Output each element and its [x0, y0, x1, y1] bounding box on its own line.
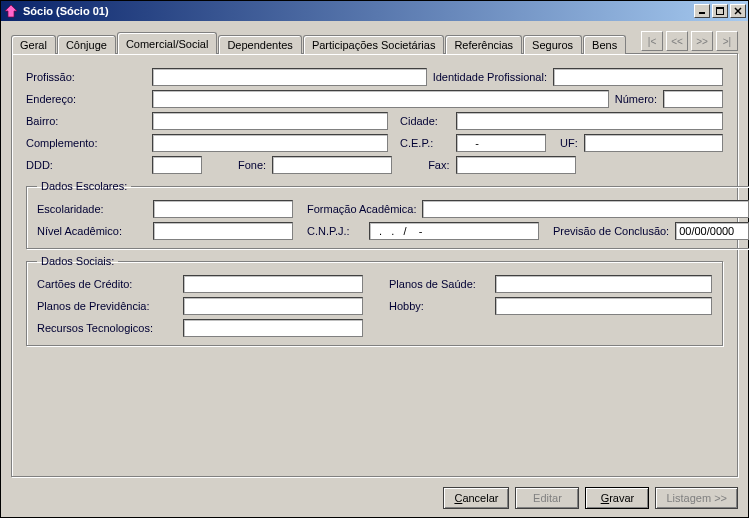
window-title: Sócio (Sócio 01)	[23, 5, 694, 17]
nav-prev-button[interactable]: <<	[666, 31, 688, 51]
record-nav: |< << >> >|	[641, 31, 738, 51]
label-planos-prev: Planos de Previdência:	[37, 300, 177, 312]
nav-next-button[interactable]: >>	[691, 31, 713, 51]
label-hobby: Hobby:	[389, 300, 489, 312]
app-icon	[3, 3, 19, 19]
label-numero: Número:	[615, 93, 657, 105]
label-cidade: Cidade:	[400, 115, 450, 127]
planos-prev-input[interactable]	[183, 297, 363, 315]
profissao-input[interactable]	[152, 68, 427, 86]
label-previsao: Previsão de Conclusão:	[553, 225, 669, 237]
cidade-input[interactable]	[456, 112, 723, 130]
tab-conjuge[interactable]: Cônjuge	[57, 35, 116, 54]
dados-escolares-legend: Dados Escolares:	[37, 180, 131, 192]
nav-last-button[interactable]: >|	[716, 31, 738, 51]
gravar-button[interactable]: Gravar	[585, 487, 649, 509]
nav-first-button[interactable]: |<	[641, 31, 663, 51]
window: Sócio (Sócio 01) Geral Cônjuge Comercial…	[0, 0, 749, 518]
cep-input[interactable]	[456, 134, 546, 152]
label-complemento: Complemento:	[26, 137, 146, 149]
tab-bens[interactable]: Bens	[583, 35, 626, 54]
label-formacao: Formação Acadêmica:	[307, 203, 416, 215]
label-cep: C.E.P.:	[400, 137, 450, 149]
identidade-prof-input[interactable]	[553, 68, 723, 86]
label-fax: Fax:	[428, 159, 449, 171]
tab-participacoes[interactable]: Participações Societárias	[303, 35, 445, 54]
tab-seguros[interactable]: Seguros	[523, 35, 582, 54]
label-planos-saude: Planos de Saúde:	[389, 278, 489, 290]
cartoes-input[interactable]	[183, 275, 363, 293]
nivel-academico-input[interactable]	[153, 222, 293, 240]
listagem-button[interactable]: Listagem >>	[655, 487, 738, 509]
endereco-input[interactable]	[152, 90, 609, 108]
label-recursos: Recursos Tecnologicos:	[37, 322, 177, 334]
label-nivel-academico: Nível Acadêmico:	[37, 225, 147, 237]
tab-geral[interactable]: Geral	[11, 35, 56, 54]
escolaridade-input[interactable]	[153, 200, 293, 218]
bairro-input[interactable]	[152, 112, 388, 130]
tab-comercial-social[interactable]: Comercial/Social	[117, 32, 218, 54]
ddd-input[interactable]	[152, 156, 202, 174]
planos-saude-input[interactable]	[495, 275, 712, 293]
editar-button[interactable]: Editar	[515, 487, 579, 509]
uf-input[interactable]	[584, 134, 723, 152]
label-escolaridade: Escolaridade:	[37, 203, 147, 215]
svg-marker-0	[5, 5, 17, 17]
label-cartoes: Cartões de Crédito:	[37, 278, 177, 290]
label-profissao: Profissão:	[26, 71, 146, 83]
maximize-button[interactable]	[712, 4, 728, 18]
previsao-input[interactable]	[675, 222, 749, 240]
tab-dependentes[interactable]: Dependentes	[218, 35, 301, 54]
dados-sociais-group: Dados Sociais: Cartões de Crédito: Plano…	[26, 255, 723, 346]
minimize-button[interactable]	[694, 4, 710, 18]
fone-input[interactable]	[272, 156, 392, 174]
label-cnpj: C.N.P.J.:	[307, 225, 363, 237]
label-fone: Fone:	[238, 159, 266, 171]
tab-referencias[interactable]: Referências	[445, 35, 522, 54]
recursos-input[interactable]	[183, 319, 363, 337]
tab-panel: Profissão: Identidade Profissional: Ende…	[11, 53, 738, 477]
label-endereco: Endereço:	[26, 93, 146, 105]
numero-input[interactable]	[663, 90, 723, 108]
titlebar: Sócio (Sócio 01)	[1, 1, 748, 21]
complemento-input[interactable]	[152, 134, 388, 152]
cancelar-button[interactable]: Cancelar	[443, 487, 509, 509]
label-identidade-prof: Identidade Profissional:	[433, 71, 547, 83]
label-ddd: DDD:	[26, 159, 146, 171]
label-bairro: Bairro:	[26, 115, 146, 127]
formacao-input[interactable]	[422, 200, 749, 218]
label-uf: UF:	[560, 137, 578, 149]
tabstrip: Geral Cônjuge Comercial/Social Dependent…	[11, 31, 627, 53]
button-bar: Cancelar Editar Gravar Listagem >>	[1, 481, 748, 517]
dados-sociais-legend: Dados Sociais:	[37, 255, 118, 267]
dados-escolares-group: Dados Escolares: Escolaridade: Formação …	[26, 180, 749, 249]
fax-input[interactable]	[456, 156, 576, 174]
cnpj-input[interactable]	[369, 222, 539, 240]
close-button[interactable]	[730, 4, 746, 18]
hobby-input[interactable]	[495, 297, 712, 315]
